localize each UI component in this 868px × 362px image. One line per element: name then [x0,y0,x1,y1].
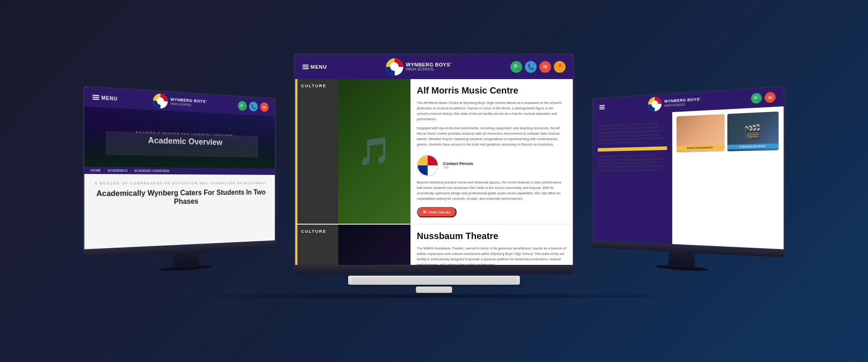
music-contact-person: Contact Person Title [417,151,566,180]
center-header-icons: 🔍 📞 ✉ 📍 [510,61,566,73]
mail-icon[interactable]: ✉ [260,102,269,112]
keyboard [348,276,520,285]
menu-label: MENU [101,95,118,101]
center-mail-icon[interactable]: ✉ [539,61,551,73]
center-body: CULTURE 🎵 Alf Morris Music Centre The Al… [295,79,573,264]
menu-line-2 [92,96,99,98]
menu-line-1 [92,94,99,96]
left-website: MENU WYNBERG BOYS' HIGH SCHOOL 🔍 [85,87,275,249]
breadcrumb-academics[interactable]: ACADEMICS [108,168,127,172]
right-menu-line-1 [599,105,605,106]
right-mail-icon[interactable]: ✉ [765,92,776,103]
center-school-name-text: WYNBERG BOYS' HIGH SCHOOL [406,62,452,72]
right-content-area: WYNBERG BOYS' HIGH SCHOOL PLACES A SIGNI… [593,106,783,249]
theatre-text-1: The WBHS Nussbaum Theatre, named in hono… [417,246,566,264]
right-sidebar-text-2: PROMOTING THESE CULTURAL ACTIVITIES, WE … [598,153,667,172]
left-menu-button[interactable]: MENU [92,94,118,101]
music-section-label: CULTURE [301,84,326,88]
center-emblem-inner [386,58,403,75]
right-monitor: WYNBERG BOYS' HIGH SCHOOL 🔍 ✉ WYNBERG BO… [592,85,785,277]
center-bezel [294,266,574,274]
school-name-text: WYNBERG BOYS' HIGH SCHOOL [170,98,207,108]
theatre-title: Nussbaum Theatre [417,231,566,241]
theatre-culture-label: CULTURE [297,225,338,264]
right-search-icon[interactable]: 🔍 [751,93,762,104]
music-text-1: The Alf Morris Music Centre at Wynberg B… [417,100,566,122]
right-website: WYNBERG BOYS' HIGH SCHOOL 🔍 ✉ WYNBERG BO… [593,87,783,249]
left-logo: WYNBERG BOYS' HIGH SCHOOL [153,93,207,111]
center-shadow [154,293,714,299]
right-sidebar-highlight [598,146,667,151]
emblem-inner [153,93,168,108]
emblem-center [157,97,164,105]
right-menu-button[interactable] [599,105,605,109]
left-header-icons: 🔍 📞 ✉ [238,101,269,112]
music-contact-title: Title [443,166,473,169]
center-screen: MENU WYNBERG BOYS' HIGH SCHOOL 🔍 [294,53,574,266]
breadcrumb-overview[interactable]: ACADEMIC OVERVIEW [134,169,170,172]
music-contact-info: Contact Person Title [443,161,473,169]
center-header: MENU WYNBERG BOYS' HIGH SCHOOL 🔍 [295,55,573,79]
music-avatar-bg [418,155,438,175]
right-sidebar-text-1: WYNBERG BOYS' HIGH SCHOOL PLACES A SIGNI… [598,121,667,145]
right-main: PHOTOGRAPHY 🎬 VIDEOGRAPHY [672,106,783,249]
left-body: A BEACON OF COMPREHENSIVE EDUCATION AND … [85,174,275,249]
center-map-icon[interactable]: 📍 [554,61,566,73]
music-image: 🎵 [338,79,410,224]
right-screen: WYNBERG BOYS' HIGH SCHOOL 🔍 ✉ WYNBERG BO… [592,85,785,250]
school-emblem [153,93,168,108]
right-sidebar: WYNBERG BOYS' HIGH SCHOOL PLACES A SIGNI… [593,112,672,244]
menu-line-3 [92,99,99,100]
trackpad [416,287,452,293]
center-website: MENU WYNBERG BOYS' HIGH SCHOOL 🔍 [295,55,573,264]
photo-grid: PHOTOGRAPHY 🎬 VIDEOGRAPHY [677,111,779,152]
center-phone-icon[interactable]: 📞 [525,61,537,73]
music-contact-avatar [417,155,439,176]
music-person-icon: 🎵 [358,135,392,167]
center-logo: WYNBERG BOYS' HIGH SCHOOL [386,58,452,75]
right-emblem-inner [648,96,662,111]
center-monitor: MENU WYNBERG BOYS' HIGH SCHOOL 🔍 [294,53,574,299]
left-body-label: A BEACON OF COMPREHENSIVE EDUCATION AND … [92,181,269,185]
photography-photo: PHOTOGRAPHY [677,114,725,152]
right-school-emblem [648,96,662,111]
theatre-image: 🎭 [338,225,410,264]
center-search-icon[interactable]: 🔍 [510,61,522,73]
music-culture-label: CULTURE [297,79,338,224]
music-enquiry-label: Send Enquiry [429,210,450,214]
left-screen: MENU WYNBERG BOYS' HIGH SCHOOL 🔍 [83,85,276,250]
search-icon[interactable]: 🔍 [238,101,247,111]
videography-photo: 🎬 VIDEOGRAPHY [727,111,778,151]
center-menu-line-2 [302,66,309,67]
breadcrumb-sep-2: | [131,169,132,172]
left-stand [173,251,199,266]
left-monitor: MENU WYNBERG BOYS' HIGH SCHOOL 🔍 [83,85,276,277]
music-enquiry-button[interactable]: ✉ Send Enquiry [417,207,457,217]
center-school-sub: HIGH SCHOOL [406,67,452,72]
music-text-2: Equipped with top-of-the-line instrument… [417,126,566,147]
keyboard-keys [352,277,517,283]
center-menu-line-3 [302,68,309,69]
music-centre-section: CULTURE 🎵 Alf Morris Music Centre The Al… [295,79,573,225]
phone-icon[interactable]: 📞 [249,101,258,111]
theatre-section-label: CULTURE [301,229,326,234]
music-text-3: Beyond individual practice rooms and reh… [417,180,566,202]
center-menu-button[interactable]: MENU [302,64,327,70]
right-header-icons: 🔍 ✉ [751,92,775,103]
right-stand [669,251,695,266]
left-body-main-title: Academically Wynberg Caters For Students… [92,188,269,207]
breadcrumb-home[interactable]: HOME [90,168,101,172]
center-hamburger-icon [302,65,309,69]
right-school-name-text: WYNBERG BOYS' HIGH SCHOOL [664,97,701,107]
right-emblem-center [651,100,658,108]
left-hero: BUILDING A PASSION FOR LEARNING TOGETHER… [85,106,275,168]
photography-label: PHOTOGRAPHY [677,145,725,150]
hamburger-icon [92,94,99,100]
photo-row-1: PHOTOGRAPHY 🎬 VIDEOGRAPHY [677,111,779,152]
right-header-left [599,105,605,109]
center-header-left: MENU [302,64,327,70]
music-title: Alf Morris Music Centre [417,85,566,96]
right-hamburger-icon [599,105,605,109]
center-menu-label: MENU [311,64,327,70]
right-menu-line-2 [599,106,605,108]
